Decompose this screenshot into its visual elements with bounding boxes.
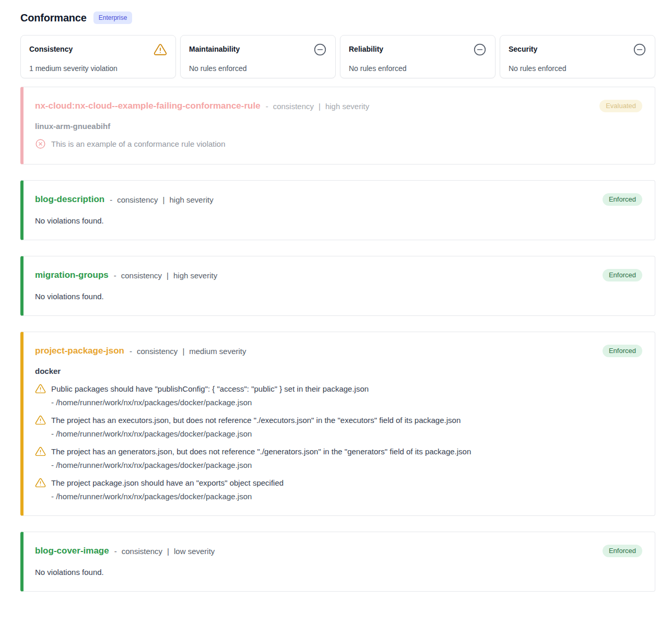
category-name: Maintainability xyxy=(189,43,240,53)
rule-severity: high severity xyxy=(325,102,369,111)
minus-circle-icon xyxy=(313,43,327,56)
rule-header: nx-cloud:nx-cloud--example-failing-confo… xyxy=(35,100,642,112)
dash-separator: - xyxy=(266,102,268,111)
dash-separator: - xyxy=(129,347,132,356)
category-name: Consistency xyxy=(29,43,73,53)
rule-card-migration-groups: migration-groups - consistency | high se… xyxy=(20,256,655,316)
category-status: No rules enforced xyxy=(189,64,327,73)
category-card-security: Security No rules enforced xyxy=(500,35,655,78)
rule-meta: - consistency | high severity xyxy=(110,195,214,204)
pipe-separator: | xyxy=(167,547,169,556)
rule-severity: low severity xyxy=(174,547,215,556)
category-status: No rules enforced xyxy=(349,64,487,73)
rule-result-text: No violations found. xyxy=(35,216,642,225)
category-card-maintainability: Maintainability No rules enforced xyxy=(180,35,336,78)
project-name: linux-arm-gnueabihf xyxy=(35,122,642,131)
warning-triangle-icon xyxy=(35,477,46,488)
violation-path: - /home/runner/work/nx/nx/packages/docke… xyxy=(35,492,642,501)
rule-header: blog-cover-image - consistency | low sev… xyxy=(35,545,642,557)
rule-category: consistency xyxy=(273,102,314,111)
violation-message: The project has an generators.json, but … xyxy=(51,447,471,456)
rule-meta: - consistency | high severity xyxy=(266,102,370,111)
violation-item: This is an example of a conformance rule… xyxy=(35,138,642,149)
violation-message: This is an example of a conformance rule… xyxy=(51,139,226,148)
x-circle-icon xyxy=(35,138,46,149)
rule-header: project-package-json - consistency | med… xyxy=(35,345,642,357)
warning-triangle-icon xyxy=(35,383,46,394)
status-badge-enforced: Enforced xyxy=(603,545,642,557)
violation-message: Public packages should have "publishConf… xyxy=(51,384,369,393)
rule-category: consistency xyxy=(121,271,162,280)
category-status: No rules enforced xyxy=(509,64,646,73)
violation-message: The project package.json should have an … xyxy=(51,478,284,487)
category-summary-grid: Consistency 1 medium severity violation … xyxy=(20,35,655,78)
rule-title-link[interactable]: nx-cloud:nx-cloud--example-failing-confo… xyxy=(35,101,261,111)
category-card-reliability: Reliability No rules enforced xyxy=(340,35,496,78)
rule-category: consistency xyxy=(122,547,162,556)
category-name: Security xyxy=(509,43,537,53)
status-badge-evaluated: Evaluated xyxy=(599,100,642,112)
rule-result-text: No violations found. xyxy=(35,568,642,577)
rule-meta: - consistency | high severity xyxy=(114,271,218,280)
rule-header: blog-description - consistency | high se… xyxy=(35,193,642,206)
pipe-separator: | xyxy=(182,347,184,356)
status-badge-enforced: Enforced xyxy=(603,193,642,206)
enterprise-badge: Enterprise xyxy=(93,11,133,24)
page-header: Conformance Enterprise xyxy=(20,11,655,24)
pipe-separator: | xyxy=(319,102,321,111)
rule-severity: medium severity xyxy=(189,347,246,356)
rule-card-blog-cover-image: blog-cover-image - consistency | low sev… xyxy=(20,532,655,592)
project-name: docker xyxy=(35,367,642,375)
violation-path: - /home/runner/work/nx/nx/packages/docke… xyxy=(35,461,642,469)
pipe-separator: | xyxy=(167,271,169,280)
rule-severity: high severity xyxy=(169,195,213,204)
category-card-header: Security xyxy=(509,43,646,56)
rule-result-text: No violations found. xyxy=(35,292,642,301)
violation-message: The project has an executors.json, but d… xyxy=(51,416,461,425)
rule-card-project-package-json: project-package-json - consistency | med… xyxy=(20,332,655,516)
warning-triangle-icon xyxy=(35,415,46,426)
rule-severity: high severity xyxy=(173,271,217,280)
rule-title-link[interactable]: blog-description xyxy=(35,194,104,205)
violation-path: - /home/runner/work/nx/nx/packages/docke… xyxy=(35,398,642,407)
pipe-separator: | xyxy=(163,195,165,204)
violation-path: - /home/runner/work/nx/nx/packages/docke… xyxy=(35,429,642,438)
category-card-header: Maintainability xyxy=(189,43,327,56)
category-card-header: Reliability xyxy=(349,43,487,56)
minus-circle-icon xyxy=(633,43,646,56)
rule-header: migration-groups - consistency | high se… xyxy=(35,269,642,281)
violation-item: Public packages should have "publishConf… xyxy=(35,383,642,407)
rule-category: consistency xyxy=(117,195,158,204)
rule-card-blog-description: blog-description - consistency | high se… xyxy=(20,180,655,240)
rule-title-link[interactable]: migration-groups xyxy=(35,270,109,280)
rule-card-example-failing-conformance-rule: nx-cloud:nx-cloud--example-failing-confo… xyxy=(20,87,655,164)
category-card-consistency: Consistency 1 medium severity violation xyxy=(20,35,176,78)
rule-meta: - consistency | low severity xyxy=(114,547,215,556)
page-title: Conformance xyxy=(20,12,87,24)
dash-separator: - xyxy=(114,547,117,556)
rule-meta: - consistency | medium severity xyxy=(129,347,246,356)
rule-title-link[interactable]: blog-cover-image xyxy=(35,546,109,556)
dash-separator: - xyxy=(110,195,112,204)
conformance-page: Conformance Enterprise Consistency 1 med… xyxy=(0,0,672,623)
violation-item: The project has an generators.json, but … xyxy=(35,446,642,469)
category-status: 1 medium severity violation xyxy=(29,64,167,73)
status-badge-enforced: Enforced xyxy=(603,269,642,281)
rule-category: consistency xyxy=(137,347,178,356)
warning-triangle-icon xyxy=(35,446,46,457)
category-name: Reliability xyxy=(349,43,383,53)
violation-item: The project package.json should have an … xyxy=(35,477,642,501)
violation-item: The project has an executors.json, but d… xyxy=(35,415,642,438)
minus-circle-icon xyxy=(473,43,487,56)
category-card-header: Consistency xyxy=(29,43,167,56)
dash-separator: - xyxy=(114,271,116,280)
warning-triangle-icon xyxy=(154,43,167,56)
rule-title-link[interactable]: project-package-json xyxy=(35,346,124,356)
status-badge-enforced: Enforced xyxy=(603,345,642,357)
